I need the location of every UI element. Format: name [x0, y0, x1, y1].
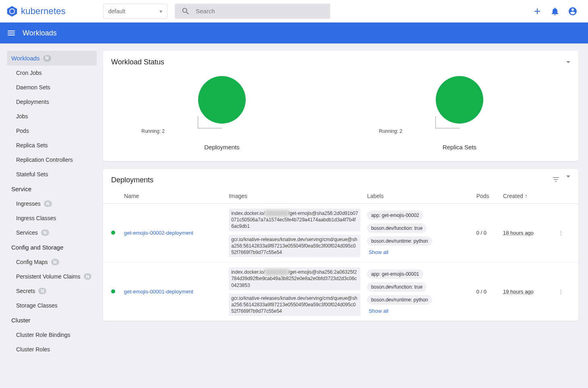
brand-logo[interactable]: kubernetes	[6, 6, 103, 17]
sidebar-item[interactable]: Config MapsN	[7, 255, 97, 269]
main-content: Workload Status Running: 2 Deployments R…	[97, 43, 588, 364]
sidebar-item[interactable]: Replication Controllers	[7, 153, 97, 167]
bell-icon	[550, 6, 560, 16]
created-time: 19 hours ago	[503, 289, 534, 295]
sidebar-item-label: Pods	[16, 128, 29, 134]
sidebar-item[interactable]: IngressesN	[7, 196, 97, 211]
deployments-title: Deployments	[111, 176, 153, 184]
table-column-header[interactable]: Created ↑	[500, 189, 551, 204]
top-bar: kubernetes default ▾	[0, 0, 588, 23]
sidebar-item[interactable]: Cluster Roles	[7, 342, 97, 357]
sidebar-item[interactable]: Ingress Classes	[7, 211, 97, 225]
sidebar-nav: Workloads N Cron JobsDaemon SetsDeployme…	[0, 43, 97, 364]
table-column-header[interactable]: Name	[121, 189, 226, 204]
collapse-icon[interactable]	[566, 61, 570, 63]
sidebar-badge: N	[84, 273, 92, 280]
sidebar-item-label: Cluster Roles	[16, 346, 50, 353]
chart-running-label: Running: 2	[141, 128, 165, 134]
sidebar-item-label: Storage Classes	[16, 302, 58, 309]
create-button[interactable]	[528, 2, 546, 20]
deployments-card: Deployments NameImagesLabelsPodsCreated …	[103, 169, 578, 321]
table-column-header[interactable]: Pods	[473, 189, 500, 204]
image-ref: gcr.io/knative-releases/knative.dev/serv…	[229, 293, 360, 316]
notifications-button[interactable]	[546, 2, 564, 20]
table-column-header[interactable]: Images	[226, 189, 364, 204]
sidebar-item[interactable]: Jobs	[7, 109, 97, 124]
sidebar-item-label: Ingress Classes	[16, 215, 56, 221]
table-column-header	[103, 189, 121, 204]
sidebar-item-label: Jobs	[16, 113, 28, 120]
sidebar-item[interactable]: Persistent Volume ClaimsN	[7, 269, 97, 284]
brand-text: kubernetes	[21, 6, 66, 17]
sidebar-section-cluster: Cluster	[7, 313, 97, 328]
sidebar-item-label: Cluster Role Bindings	[16, 332, 70, 338]
label-chip: boson.dev/runtime: python	[367, 236, 432, 246]
deployment-name-link[interactable]: get-emojis-00001-deployment	[124, 289, 193, 295]
filter-icon[interactable]	[552, 175, 560, 185]
search-input[interactable]	[196, 8, 324, 14]
sidebar-item-label: Replica Sets	[16, 142, 48, 149]
namespace-select[interactable]: default ▾	[103, 4, 168, 19]
sidebar-section-config: Config and Storage	[7, 240, 97, 255]
label-chip: boson.dev/function: true	[367, 282, 427, 292]
page-header-bar: Workloads	[0, 23, 588, 43]
sidebar-item[interactable]: Replica Sets	[7, 138, 97, 153]
page-title: Workloads	[23, 29, 57, 37]
sidebar-item-label: Daemon Sets	[16, 84, 50, 91]
sidebar-item[interactable]: Pods	[7, 124, 97, 138]
chart-running-label: Running: 2	[379, 128, 402, 134]
sidebar-item-label: Cron Jobs	[16, 70, 42, 76]
namespace-selected-value: default	[108, 8, 125, 14]
image-ref: index.docker.io/xxxxxxxxx/get-emojis@sha…	[229, 208, 360, 231]
table-column-header[interactable]: Labels	[364, 189, 473, 204]
sidebar-badge: N	[51, 259, 59, 265]
workload-status-title: Workload Status	[111, 58, 164, 66]
sidebar-item[interactable]: ServicesN	[7, 225, 97, 240]
sidebar-item-label: Secrets	[16, 288, 35, 294]
kubernetes-logo-icon	[6, 6, 18, 17]
hamburger-menu-button[interactable]	[6, 28, 16, 38]
search-box[interactable]	[175, 4, 330, 19]
sidebar-item-label: Stateful Sets	[16, 171, 48, 177]
pods-count: 0 / 0	[473, 262, 500, 321]
image-ref: index.docker.io/xxxxxxxxx/get-emojis@sha…	[229, 267, 360, 290]
search-icon	[181, 7, 190, 16]
sidebar-item[interactable]: Storage Classes	[7, 298, 97, 313]
sidebar-item-label: Replication Controllers	[16, 157, 73, 163]
row-actions-menu[interactable]: ⋮	[554, 289, 567, 295]
chart-title: Deployments	[204, 144, 240, 151]
sidebar-section-service: Service	[7, 182, 97, 196]
sidebar-item-label: Persistent Volume Claims	[16, 273, 81, 280]
sidebar-badge: N	[41, 229, 49, 236]
account-button[interactable]	[564, 2, 582, 20]
table-column-header	[551, 189, 578, 204]
row-actions-menu[interactable]: ⋮	[554, 230, 567, 236]
created-time: 18 hours ago	[503, 230, 534, 236]
deployments-table: NameImagesLabelsPodsCreated ↑ get-emojis…	[103, 189, 578, 321]
status-chart: Running: 2 Replica Sets	[349, 76, 570, 151]
sidebar-item[interactable]: Daemon Sets	[7, 80, 97, 95]
label-chip: app: get-emojis-00001	[367, 269, 423, 279]
deployment-name-link[interactable]: get-emojis-00002-deployment	[124, 230, 193, 236]
table-row: get-emojis-00001-deploymentindex.docker.…	[103, 262, 578, 321]
sidebar-item[interactable]: Cluster Role Bindings	[7, 328, 97, 342]
table-row: get-emojis-00002-deploymentindex.docker.…	[103, 204, 578, 262]
status-chart: Running: 2 Deployments	[111, 76, 333, 151]
show-all-labels-link[interactable]: Show all	[369, 308, 388, 314]
sidebar-item[interactable]: Cron Jobs	[7, 66, 97, 80]
sidebar-item[interactable]: Stateful Sets	[7, 167, 97, 182]
collapse-icon[interactable]	[566, 175, 570, 177]
user-circle-icon	[568, 6, 578, 16]
status-running-icon	[111, 289, 115, 293]
sidebar-group-workloads[interactable]: Workloads N	[7, 51, 97, 66]
svg-marker-0	[7, 6, 17, 16]
chevron-down-icon: ▾	[159, 8, 162, 14]
sidebar-group-label: Workloads	[11, 55, 40, 62]
sidebar-badge: N	[44, 200, 52, 207]
label-chip: app: get-emojis-00002	[367, 211, 423, 220]
sidebar-badge: N	[38, 288, 46, 294]
sidebar-item-label: Services	[16, 229, 38, 236]
sidebar-item[interactable]: SecretsN	[7, 284, 97, 298]
sidebar-item[interactable]: Deployments	[7, 95, 97, 109]
show-all-labels-link[interactable]: Show all	[369, 249, 388, 255]
